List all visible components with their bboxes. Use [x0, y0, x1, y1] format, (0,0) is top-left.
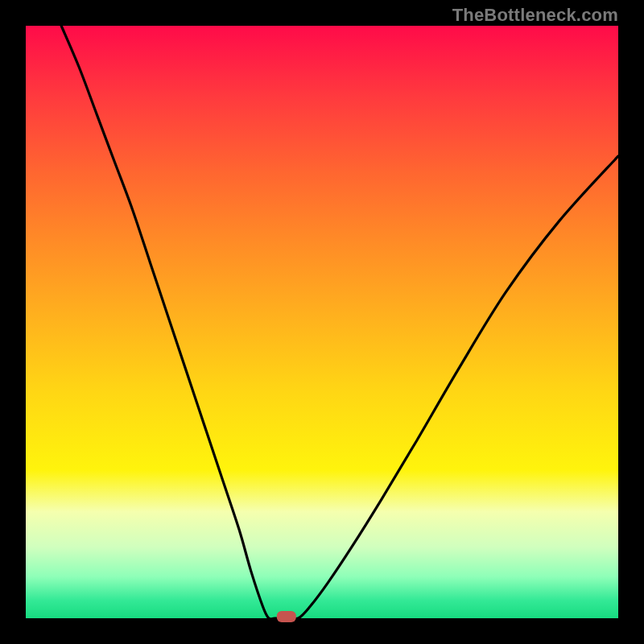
curve-path	[61, 26, 618, 619]
minimum-marker	[277, 611, 296, 622]
bottleneck-curve	[26, 26, 618, 618]
plot-area	[26, 26, 618, 618]
watermark-text: TheBottleneck.com	[452, 5, 618, 26]
